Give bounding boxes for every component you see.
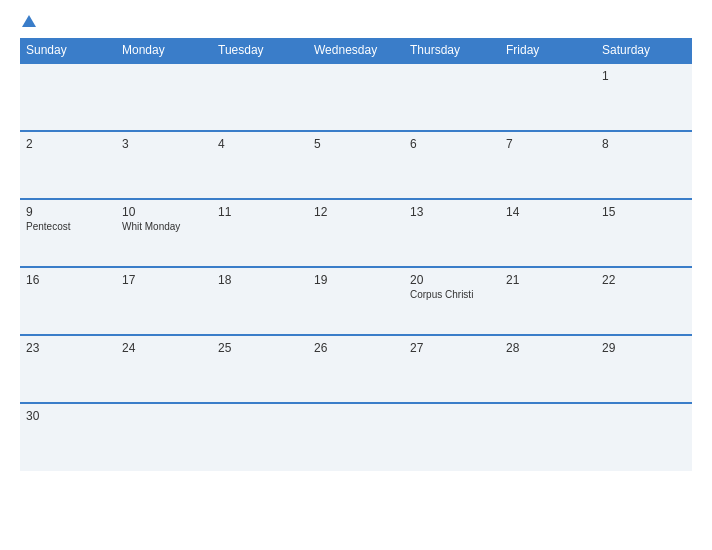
calendar-cell	[20, 63, 116, 131]
calendar-cell	[404, 63, 500, 131]
day-number: 5	[314, 137, 398, 151]
calendar-cell: 20Corpus Christi	[404, 267, 500, 335]
calendar-cell	[308, 63, 404, 131]
weekday-header-monday: Monday	[116, 38, 212, 63]
calendar-cell: 4	[212, 131, 308, 199]
day-number: 1	[602, 69, 686, 83]
calendar-cell	[212, 403, 308, 471]
calendar-cell	[308, 403, 404, 471]
day-number: 23	[26, 341, 110, 355]
calendar-cell: 9Pentecost	[20, 199, 116, 267]
calendar-page: SundayMondayTuesdayWednesdayThursdayFrid…	[0, 0, 712, 550]
day-number: 12	[314, 205, 398, 219]
day-number: 11	[218, 205, 302, 219]
calendar-cell	[500, 403, 596, 471]
day-number: 15	[602, 205, 686, 219]
calendar-cell: 14	[500, 199, 596, 267]
calendar-cell: 28	[500, 335, 596, 403]
calendar-cell	[116, 63, 212, 131]
day-number: 21	[506, 273, 590, 287]
calendar-cell	[212, 63, 308, 131]
weekday-header-row: SundayMondayTuesdayWednesdayThursdayFrid…	[20, 38, 692, 63]
weekday-header-sunday: Sunday	[20, 38, 116, 63]
day-number: 14	[506, 205, 590, 219]
week-row-6: 30	[20, 403, 692, 471]
day-number: 27	[410, 341, 494, 355]
calendar-cell: 18	[212, 267, 308, 335]
calendar-cell: 6	[404, 131, 500, 199]
holiday-label: Whit Monday	[122, 221, 206, 232]
day-number: 28	[506, 341, 590, 355]
day-number: 4	[218, 137, 302, 151]
day-number: 8	[602, 137, 686, 151]
calendar-cell: 3	[116, 131, 212, 199]
day-number: 9	[26, 205, 110, 219]
day-number: 17	[122, 273, 206, 287]
day-number: 19	[314, 273, 398, 287]
calendar-cell: 11	[212, 199, 308, 267]
calendar-cell: 24	[116, 335, 212, 403]
calendar-cell: 13	[404, 199, 500, 267]
calendar-cell: 17	[116, 267, 212, 335]
calendar-cell	[596, 403, 692, 471]
logo-triangle-icon	[22, 15, 36, 27]
calendar-cell: 21	[500, 267, 596, 335]
weekday-header-thursday: Thursday	[404, 38, 500, 63]
week-row-1: 1	[20, 63, 692, 131]
calendar-cell: 29	[596, 335, 692, 403]
day-number: 10	[122, 205, 206, 219]
day-number: 18	[218, 273, 302, 287]
day-number: 7	[506, 137, 590, 151]
weekday-header-tuesday: Tuesday	[212, 38, 308, 63]
calendar-cell	[116, 403, 212, 471]
calendar-cell	[500, 63, 596, 131]
week-row-3: 9Pentecost10Whit Monday1112131415	[20, 199, 692, 267]
day-number: 13	[410, 205, 494, 219]
calendar-table: SundayMondayTuesdayWednesdayThursdayFrid…	[20, 38, 692, 471]
calendar-cell: 16	[20, 267, 116, 335]
calendar-cell: 19	[308, 267, 404, 335]
week-row-2: 2345678	[20, 131, 692, 199]
calendar-cell	[404, 403, 500, 471]
calendar-cell: 7	[500, 131, 596, 199]
weekday-header-friday: Friday	[500, 38, 596, 63]
weekday-header-wednesday: Wednesday	[308, 38, 404, 63]
day-number: 16	[26, 273, 110, 287]
day-number: 29	[602, 341, 686, 355]
calendar-cell: 1	[596, 63, 692, 131]
header	[20, 15, 692, 28]
day-number: 22	[602, 273, 686, 287]
calendar-cell: 23	[20, 335, 116, 403]
calendar-cell: 22	[596, 267, 692, 335]
calendar-cell: 27	[404, 335, 500, 403]
week-row-5: 23242526272829	[20, 335, 692, 403]
holiday-label: Pentecost	[26, 221, 110, 232]
logo	[20, 15, 36, 28]
day-number: 26	[314, 341, 398, 355]
calendar-cell: 10Whit Monday	[116, 199, 212, 267]
day-number: 20	[410, 273, 494, 287]
weekday-header-saturday: Saturday	[596, 38, 692, 63]
day-number: 2	[26, 137, 110, 151]
day-number: 25	[218, 341, 302, 355]
calendar-cell: 25	[212, 335, 308, 403]
calendar-cell: 12	[308, 199, 404, 267]
calendar-cell: 30	[20, 403, 116, 471]
calendar-cell: 26	[308, 335, 404, 403]
day-number: 3	[122, 137, 206, 151]
week-row-4: 1617181920Corpus Christi2122	[20, 267, 692, 335]
calendar-cell: 15	[596, 199, 692, 267]
holiday-label: Corpus Christi	[410, 289, 494, 300]
calendar-cell: 5	[308, 131, 404, 199]
calendar-cell: 2	[20, 131, 116, 199]
day-number: 30	[26, 409, 110, 423]
day-number: 24	[122, 341, 206, 355]
calendar-cell: 8	[596, 131, 692, 199]
day-number: 6	[410, 137, 494, 151]
